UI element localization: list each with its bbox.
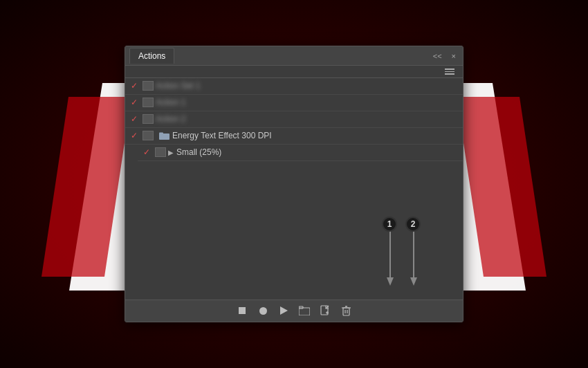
action-row[interactable]: ✓ Action 1	[125, 95, 463, 111]
check-mark: ✓	[128, 81, 140, 91]
action-label-blurred: Action Set 1	[156, 81, 460, 91]
action-label-blurred: Action 2	[156, 114, 460, 124]
action-row[interactable]: ✓ Action 2	[125, 111, 463, 128]
stop-button[interactable]	[235, 303, 250, 318]
expand-arrow[interactable]: ▶	[168, 149, 174, 156]
action-row-energy[interactable]: ✓ Energy Text Effect 300 DPI	[125, 128, 463, 145]
menu-line-2	[445, 71, 454, 73]
action-label: Energy Text Effect 300 DPI	[172, 131, 460, 140]
record-button[interactable]	[255, 303, 270, 318]
menu-line-3	[445, 73, 454, 75]
record-icon	[259, 307, 267, 315]
trash-icon	[342, 306, 351, 316]
annotation-marker-2: 2	[405, 217, 421, 232]
annotation-marker-label: 1	[387, 219, 392, 229]
new-document-icon	[320, 305, 330, 316]
action-label: Small (25%)	[176, 147, 460, 157]
visibility-square[interactable]	[143, 114, 154, 124]
check-mark: ✓	[140, 147, 153, 157]
svg-marker-5	[410, 277, 417, 286]
new-action-button[interactable]	[318, 303, 333, 318]
panel-toolbar	[125, 300, 463, 322]
play-button[interactable]	[276, 303, 291, 318]
check-mark: ✓	[128, 131, 140, 140]
action-row-small[interactable]: ✓ ▶ Small (25%)	[138, 145, 463, 161]
action-row[interactable]: ✓ Action Set 1	[125, 78, 463, 95]
panel-menu-row	[125, 66, 463, 78]
annotation-marker-1: 1	[382, 217, 397, 232]
folder-open-icon	[299, 306, 310, 315]
play-icon	[280, 306, 288, 315]
annotation-marker-label: 2	[411, 219, 416, 229]
collapse-button[interactable]: <<	[430, 50, 445, 62]
delete-button[interactable]	[338, 303, 353, 318]
annotation-area: 1 2	[125, 217, 463, 300]
visibility-square[interactable]	[143, 81, 154, 91]
svg-rect-0	[159, 134, 169, 140]
panel-controls: << ×	[430, 50, 459, 62]
panel-menu-button[interactable]	[442, 67, 457, 76]
tab-actions[interactable]: Actions	[129, 48, 174, 64]
action-label-blurred: Action 1	[156, 98, 460, 107]
panel-tabs: Actions	[129, 48, 174, 64]
visibility-square[interactable]	[143, 98, 154, 107]
new-action-set-button[interactable]	[297, 303, 312, 318]
folder-icon	[158, 130, 169, 141]
panel-titlebar: Actions << ×	[125, 46, 463, 66]
svg-rect-12	[343, 308, 349, 315]
svg-marker-3	[387, 277, 394, 286]
check-mark: ✓	[128, 98, 140, 107]
close-button[interactable]: ×	[449, 50, 459, 62]
menu-line-1	[445, 68, 454, 70]
svg-rect-6	[299, 308, 310, 315]
stop-icon	[239, 307, 246, 314]
svg-rect-1	[159, 133, 163, 135]
visibility-square[interactable]	[155, 147, 166, 157]
check-mark: ✓	[128, 114, 140, 124]
actions-panel: Actions << × ✓ Action Set 1 ✓ Action 1	[125, 46, 463, 322]
action-list: ✓ Action Set 1 ✓ Action 1 ✓ Action 2 ✓	[125, 78, 463, 217]
visibility-square[interactable]	[143, 131, 154, 140]
